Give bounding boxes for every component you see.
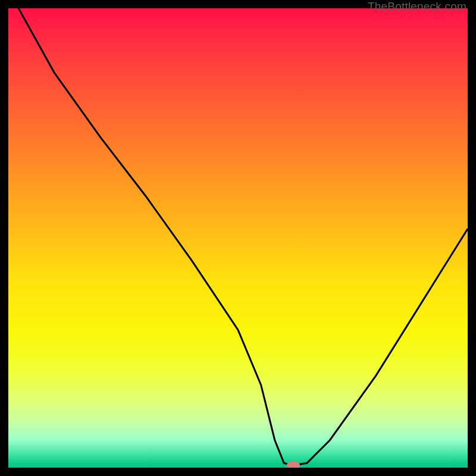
optimal-marker [287, 462, 300, 468]
plot-area [8, 8, 468, 468]
bottleneck-curve [8, 8, 468, 465]
watermark: TheBottleneck.com [368, 0, 466, 13]
curve-layer [8, 8, 468, 468]
